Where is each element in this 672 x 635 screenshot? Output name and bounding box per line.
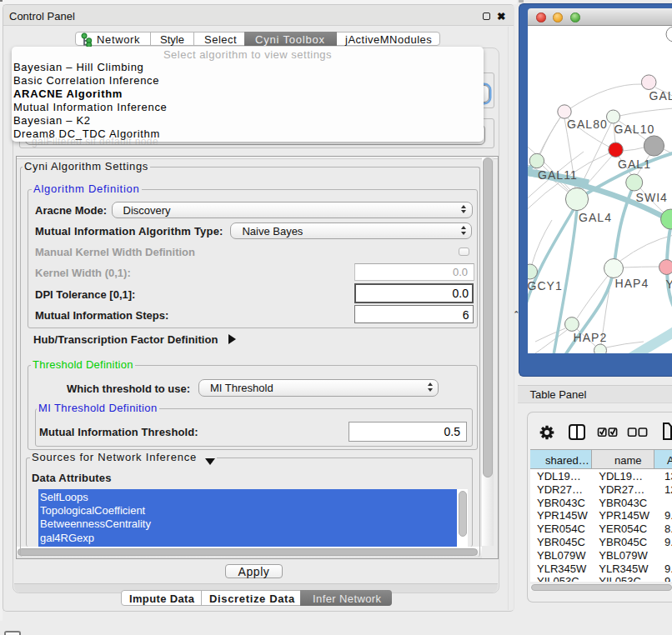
svg-text:GAL10: GAL10 [614,122,655,136]
svg-text:HAP4: HAP4 [615,277,649,290]
svg-text:GAL7: GAL7 [649,89,672,102]
svg-text:GAL11: GAL11 [538,168,578,182]
svg-text:Y: Y [666,278,672,291]
svg-text:GCY1: GCY1 [528,279,563,292]
svg-text:GAL4: GAL4 [579,211,612,224]
svg-text:GAL80: GAL80 [567,118,608,131]
svg-text:SWI4: SWI4 [636,191,668,204]
svg-text:GAL1: GAL1 [618,158,651,171]
svg-text:HAP2: HAP2 [574,331,608,344]
